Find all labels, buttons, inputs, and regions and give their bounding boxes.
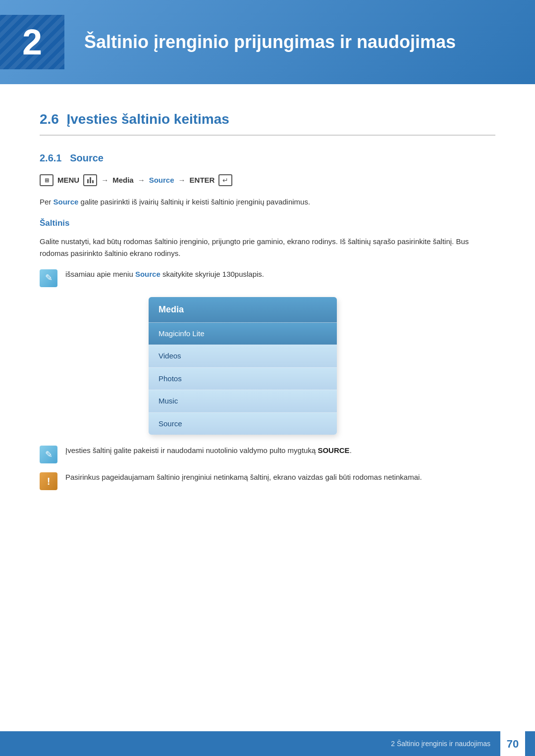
media-label: Media <box>112 175 134 186</box>
intro-text: Per Source galite pasirinkti iš įvairių … <box>40 196 495 208</box>
arrow2: → <box>138 175 145 186</box>
source-emphasis: Source <box>54 198 79 206</box>
info-icon-1 <box>40 269 57 287</box>
media-dropdown: Media Magicinfo Lite Videos Photos Music… <box>149 297 337 435</box>
warning-icon <box>40 472 57 490</box>
note-info-2: Įvesties šaltinį galite pakeisti ir naud… <box>40 445 495 463</box>
sub-topic-heading: Šaltinis <box>40 217 495 230</box>
note-text-2: Įvesties šaltinį galite pakeisti ir naud… <box>65 445 495 456</box>
menu-path: ⊞ MENU → Media → Source → ENTER ↵ <box>40 174 495 186</box>
arrow3: → <box>178 175 186 186</box>
menu-item-source[interactable]: Source <box>149 412 337 435</box>
section-heading: 2.6 Įvesties šaltinio keitimas <box>40 109 495 136</box>
menu-item-videos[interactable]: Videos <box>149 345 337 367</box>
note-text-warning: Pasirinkus pageidaujamam šaltinio įrengi… <box>65 471 495 483</box>
enter-icon: ↵ <box>218 174 232 186</box>
header-banner: 2 Šaltinio įrenginio prijungimas ir naud… <box>0 0 535 84</box>
page-number: 70 <box>500 731 525 756</box>
body-text: Galite nustatyti, kad būtų rodomas šalti… <box>40 236 495 259</box>
note-info-1: išsamiau apie meniu Source skaitykite sk… <box>40 268 495 287</box>
bar-chart-icon <box>87 177 94 183</box>
menu-label: MENU <box>57 175 79 186</box>
header-title: Šaltinio įrenginio prijungimas ir naudoj… <box>64 31 456 52</box>
footer-text: 2 Šaltinio įrenginis ir naudojimas <box>391 739 490 749</box>
main-content: 2.6 Įvesties šaltinio keitimas 2.6.1 Sou… <box>0 84 535 538</box>
grid-icon <box>83 174 97 186</box>
menu-item-magicinfo[interactable]: Magicinfo Lite <box>149 322 337 345</box>
note-text-1: išsamiau apie meniu Source skaitykite sk… <box>65 268 495 280</box>
source-emphasis-2: Source <box>135 270 160 278</box>
media-header: Media <box>149 297 337 322</box>
subsection-heading: 2.6.1 Source <box>40 151 495 165</box>
source-upper: SOURCE <box>318 446 349 454</box>
info-icon-2 <box>40 446 57 463</box>
chapter-number: 2 <box>0 15 64 69</box>
note-warning: Pasirinkus pageidaujamam šaltinio įrengi… <box>40 471 495 490</box>
arrow1: → <box>101 175 108 186</box>
footer: 2 Šaltinio įrenginis ir naudojimas 70 <box>0 731 535 756</box>
enter-label: ENTER <box>190 175 215 186</box>
menu-item-photos[interactable]: Photos <box>149 367 337 390</box>
menu-item-music[interactable]: Music <box>149 390 337 412</box>
source-label: Source <box>149 175 174 186</box>
menu-icon: ⊞ <box>40 174 54 186</box>
